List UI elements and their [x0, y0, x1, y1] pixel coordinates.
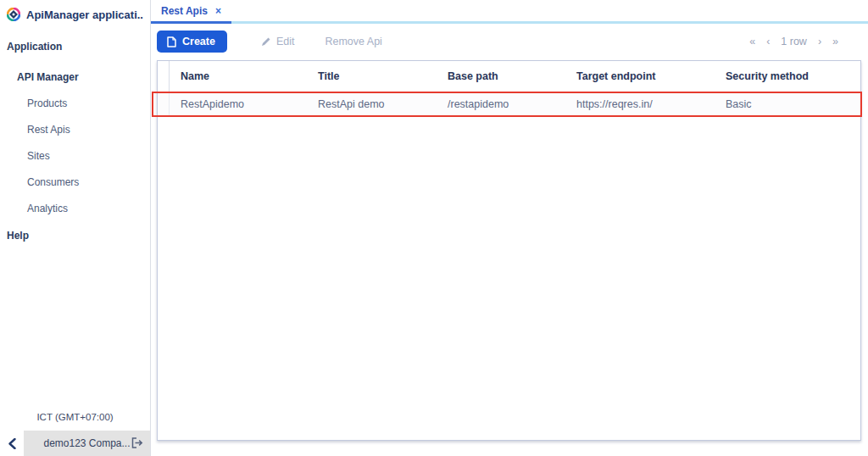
account-label: demo123 Compa...	[43, 437, 130, 449]
main-content: Rest Apis × Create Edit Remove Api	[151, 0, 868, 456]
create-button-label: Create	[182, 36, 215, 47]
column-header-security-method[interactable]: Security method	[715, 70, 860, 82]
next-page-button[interactable]: ›	[818, 36, 821, 47]
row-count-label: 1 row	[781, 36, 807, 47]
table-row[interactable]: RestApidemo RestApi demo /restapidemo ht…	[158, 92, 860, 116]
edit-button[interactable]: Edit	[261, 36, 295, 47]
app-title: ApiManager applicati...	[26, 8, 143, 21]
tab-rest-apis[interactable]: Rest Apis ×	[151, 0, 231, 24]
pencil-icon	[261, 36, 271, 47]
create-button[interactable]: Create	[157, 31, 227, 53]
chevron-left-icon	[8, 438, 16, 449]
app-header: ApiManager applicati...	[0, 2, 150, 27]
column-header-base-path[interactable]: Base path	[437, 70, 565, 82]
remove-api-button[interactable]: Remove Api	[325, 36, 381, 47]
cell-name: RestApidemo	[170, 98, 307, 110]
last-page-button[interactable]: »	[832, 36, 838, 47]
row-selector-cell[interactable]	[158, 92, 170, 115]
sidebar-item-sites[interactable]: Sites	[0, 150, 150, 162]
api-table: Name Title Base path Target endpoint Sec…	[157, 60, 861, 441]
sidebar-item-consumers[interactable]: Consumers	[0, 176, 150, 188]
cell-base-path: /restapidemo	[437, 98, 565, 110]
sidebar: ApiManager applicati... Application API …	[0, 0, 151, 456]
sidebar-item-analytics[interactable]: Analytics	[0, 203, 150, 214]
cell-security-method: Basic	[715, 98, 860, 110]
api-manager-logo-icon	[7, 8, 20, 21]
document-icon	[167, 36, 176, 47]
sidebar-spacer	[0, 242, 150, 412]
sidebar-collapse-button[interactable]	[0, 431, 24, 456]
tab-label: Rest Apis	[161, 5, 208, 17]
previous-page-button[interactable]: ‹	[766, 36, 770, 47]
timezone-label: ICT (GMT+07:00)	[0, 412, 150, 422]
remove-api-button-label: Remove Api	[325, 36, 381, 47]
sidebar-section-help[interactable]: Help	[0, 230, 150, 242]
cell-target-endpoint: https://reqres.in/	[565, 98, 715, 110]
sidebar-section-application[interactable]: Application	[0, 41, 150, 53]
table-header-row: Name Title Base path Target endpoint Sec…	[158, 61, 860, 92]
logout-icon[interactable]	[131, 437, 143, 448]
column-header-title[interactable]: Title	[307, 70, 437, 82]
first-page-button[interactable]: «	[749, 36, 755, 47]
column-header-name[interactable]: Name	[170, 70, 307, 82]
edit-button-label: Edit	[276, 36, 295, 47]
column-header-target-endpoint[interactable]: Target endpoint	[565, 70, 715, 82]
tab-close-icon[interactable]: ×	[215, 6, 221, 16]
sidebar-item-products[interactable]: Products	[0, 97, 150, 109]
cell-title: RestApi demo	[307, 98, 437, 110]
sidebar-section-api-manager[interactable]: API Manager	[0, 71, 150, 83]
toolbar: Create Edit Remove Api « ‹ 1 row › »	[151, 26, 868, 57]
tab-bar: Rest Apis ×	[151, 0, 868, 24]
selector-column-header	[158, 61, 170, 92]
account-menu[interactable]: demo123 Compa...	[24, 431, 150, 456]
pagination: « ‹ 1 row › »	[749, 36, 862, 47]
sidebar-footer: demo123 Compa...	[0, 431, 150, 456]
sidebar-item-rest-apis[interactable]: Rest Apis	[0, 124, 150, 136]
